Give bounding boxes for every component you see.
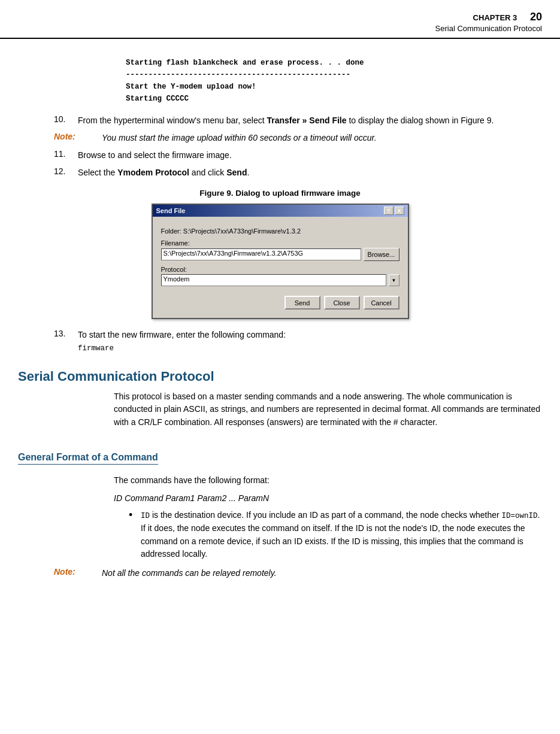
header-right: CHAPTER 3 20 Serial Communication Protoc… <box>435 11 542 33</box>
step-12-content: Select the Ymodem Protocol and click Sen… <box>78 166 542 179</box>
step-13-content: To start the new firmware, enter the fol… <box>78 329 542 354</box>
note-1-text: You must start the image upload within 6… <box>102 132 542 144</box>
header-section: Serial Communication Protocol <box>435 24 542 33</box>
step-10: 10. From the hyperterminal window's menu… <box>54 114 542 127</box>
step-12-num: 12. <box>54 166 78 179</box>
chapter-label: CHAPTER 3 20 <box>473 13 542 22</box>
dialog-title: Send File <box>156 207 186 214</box>
step-13: 13. To start the new firmware, enter the… <box>54 329 542 354</box>
step-13-code: firmware <box>78 344 114 353</box>
id-code: ID <box>141 512 150 520</box>
chapter-num: 20 <box>530 11 542 23</box>
general-format-heading-text: General Format of a Command <box>18 452 158 465</box>
step-13-num: 13. <box>54 329 78 354</box>
serial-section-body: This protocol is based on a master sendi… <box>114 390 542 429</box>
close-dialog-button[interactable]: Close <box>324 296 360 310</box>
format-line-text: ID Command Param1 Param2 ... ParamN <box>114 493 269 503</box>
dialog-close-button[interactable]: X <box>395 207 404 215</box>
page-header: CHAPTER 3 20 Serial Communication Protoc… <box>0 0 560 39</box>
protocol-row: Ymodem ▼ <box>161 274 399 286</box>
dialog-buttons: Send Close Cancel <box>161 296 399 310</box>
note-1: Note: You must start the image upload wi… <box>54 132 542 144</box>
serial-section-heading: Serial Communication Protocol <box>18 369 542 384</box>
step-10-num: 10. <box>54 114 78 127</box>
protocol-label: Protocol: <box>161 266 399 273</box>
code-line2: Start the Y-modem upload now! <box>126 81 542 93</box>
dialog-titlebar: Send File ? X <box>153 205 408 217</box>
step-12: 12. Select the Ymodem Protocol and click… <box>54 166 542 179</box>
cancel-button[interactable]: Cancel <box>364 296 399 310</box>
main-content: Starting flash blankcheck and erase proc… <box>0 45 560 596</box>
dialog-help-button[interactable]: ? <box>384 207 393 215</box>
filename-row: S:\Projects\7xx\A733ng\Firmware\v1.3.2\A… <box>161 248 399 261</box>
browse-button[interactable]: Browse... <box>364 248 399 261</box>
protocol-select-arrow[interactable]: ▼ <box>389 274 399 286</box>
note-2: Note: Not all the commands can be relaye… <box>54 567 542 580</box>
step-10-content: From the hyperterminal window's menu bar… <box>78 114 542 127</box>
step-11-num: 11. <box>54 149 78 162</box>
filename-label: Filename: <box>161 239 399 247</box>
note-1-label: Note: <box>54 132 102 144</box>
send-button[interactable]: Send <box>284 296 320 310</box>
code-line1: Starting flash blankcheck and erase proc… <box>126 57 542 69</box>
filename-input[interactable]: S:\Projects\7xx\A733ng\Firmware\v1.3.2\A… <box>161 248 361 260</box>
code-separator: ----------------------------------------… <box>126 69 542 81</box>
code-line3: Starting CCCCC <box>126 93 542 105</box>
bullet-dot-1: • <box>129 509 141 561</box>
protocol-select[interactable]: Ymodem <box>161 274 386 286</box>
step-11-content: Browse to and select the firmware image. <box>78 149 542 162</box>
figure-caption: Figure 9. Dialog to upload firmware imag… <box>18 189 542 198</box>
dialog-controls[interactable]: ? X <box>384 207 404 215</box>
code-block: Starting flash blankcheck and erase proc… <box>126 57 542 105</box>
folder-label: Folder: S:\Projects\7xx\A733ng\Firmware\… <box>161 228 399 235</box>
chapter-label-text: CHAPTER 3 <box>473 13 517 22</box>
general-format-heading: General Format of a Command <box>18 440 542 469</box>
note-2-text: Not all the commands can be relayed remo… <box>102 567 542 580</box>
bullet-list: • ID is the destination device. If you i… <box>129 509 542 561</box>
dialog-body: Folder: S:\Projects\7xx\A733ng\Firmware\… <box>153 217 408 318</box>
step-11: 11. Browse to and select the firmware im… <box>54 149 542 162</box>
note-2-label: Note: <box>54 567 102 580</box>
bullet-item-1: • ID is the destination device. If you i… <box>129 509 542 561</box>
id-ownid-code: ID=ownID <box>502 512 538 520</box>
command-format-line: ID Command Param1 Param2 ... ParamN <box>114 493 542 503</box>
send-file-dialog: Send File ? X Folder: S:\Projects\7xx\A7… <box>152 204 409 319</box>
bullet-1-content: ID is the destination device. If you inc… <box>141 509 542 561</box>
figure-9-container: Figure 9. Dialog to upload firmware imag… <box>18 189 542 319</box>
general-format-intro: The commands have the following format: <box>114 474 542 487</box>
